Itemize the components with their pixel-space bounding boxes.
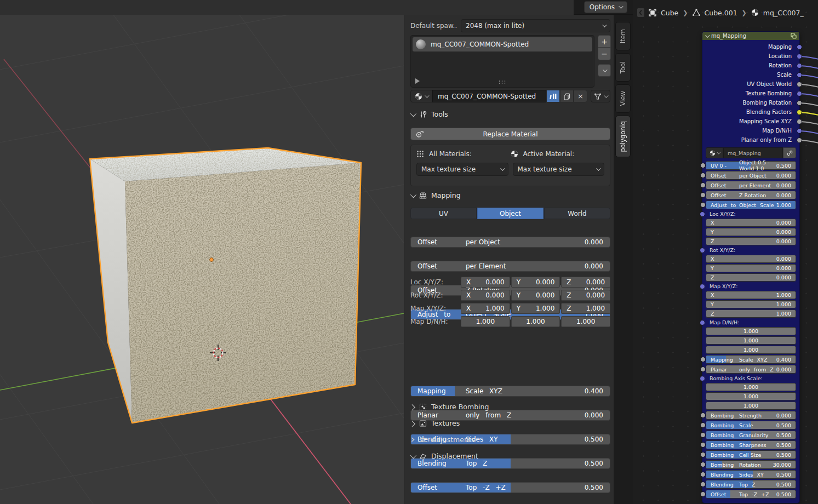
3d-viewport[interactable]: [0, 15, 404, 504]
node-slider-planar-only-from-z[interactable]: Planaronly from Z0.000: [706, 365, 796, 374]
breadcrumb-material[interactable]: mq_CC007_: [763, 9, 804, 17]
node-map-z[interactable]: Z1.000: [706, 310, 796, 318]
float-socket[interactable]: [700, 452, 706, 457]
output-uv-object-world[interactable]: UV Object World: [702, 79, 799, 89]
filter-expand-icon[interactable]: [415, 78, 420, 84]
section-texture-bombing[interactable]: Texture Bombing: [410, 403, 610, 411]
cube-object[interactable]: [90, 148, 361, 423]
node-slider-offset-per-object[interactable]: Offsetper Object0.000: [706, 171, 796, 180]
output-blending-factors[interactable]: Blending Factors: [702, 107, 799, 117]
node-slider-bombing-rotation[interactable]: BombingRotation30.000: [706, 460, 796, 469]
node-slider-offset-top-z[interactable]: OffsetTop -Z +Z0.500: [706, 490, 796, 499]
node-slider-uv-object-world[interactable]: UV 0 -Object 0.5 - World 1.00.500: [706, 161, 796, 170]
node-bombing-axis-x[interactable]: 1.000: [706, 383, 796, 391]
tab-object[interactable]: Object: [477, 208, 544, 219]
fake-user-button[interactable]: [546, 90, 560, 102]
node-rot-x[interactable]: X0.000: [706, 255, 796, 263]
node-slider-blending-sides-xy[interactable]: BlendingSides XY0.500: [706, 470, 796, 479]
float-socket[interactable]: [700, 482, 706, 487]
node-map-h[interactable]: 1.000: [706, 346, 796, 354]
section-displacement[interactable]: Displacement: [410, 452, 610, 460]
float-socket[interactable]: [700, 472, 706, 477]
node-slider-bombing-cell-size[interactable]: BombingCell Size0.500: [706, 450, 796, 459]
output-scale[interactable]: Scale: [702, 70, 799, 79]
float-socket[interactable]: [700, 442, 706, 448]
loc-z-field[interactable]: Z0.000: [561, 277, 610, 288]
slider-mapping-scale-xyz[interactable]: MappingScale XYZ0.400: [410, 386, 610, 397]
vector-socket[interactable]: [797, 63, 802, 68]
float-socket[interactable]: [700, 357, 706, 362]
tab-polygoniq[interactable]: polygoniq: [615, 116, 631, 157]
rot-x-field[interactable]: X0.000: [461, 290, 510, 301]
node-mq-mapping[interactable]: mq_Mapping Mapping Location Rotation Sca…: [702, 31, 800, 503]
slider-offset-top-z[interactable]: OffsetTop -Z +Z0.500: [410, 482, 610, 493]
node-slider-bombing-scale[interactable]: BombingScale0.500: [706, 421, 796, 429]
output-mapping[interactable]: Mapping: [702, 42, 799, 51]
vector-socket[interactable]: [700, 211, 705, 217]
node-slider-offset-per-element[interactable]: Offsetper Element0.000: [706, 181, 796, 190]
rot-z-field[interactable]: Z0.000: [561, 290, 610, 301]
add-material-slot-button[interactable]: +: [598, 35, 611, 48]
map-x-field[interactable]: X1.000: [461, 303, 510, 314]
node-bombing-axis-y[interactable]: 1.000: [706, 392, 796, 400]
map-n-field[interactable]: 1.000: [511, 316, 560, 327]
section-textures[interactable]: Textures: [410, 419, 610, 427]
max-texture-size-all-dropdown[interactable]: Max texture size: [416, 163, 508, 176]
output-rotation[interactable]: Rotation: [702, 61, 799, 70]
node-material-name-field[interactable]: mq_Mapping: [723, 147, 783, 158]
slider-offset-per-object[interactable]: Offsetper Object0.000: [410, 237, 610, 248]
remove-material-slot-button[interactable]: −: [598, 48, 611, 60]
node-slider-mapping-scale-xyz[interactable]: MappingScale XYZ0.400: [706, 355, 796, 364]
node-loc-y[interactable]: Y0.000: [706, 228, 796, 236]
float-socket[interactable]: [797, 100, 802, 106]
vector-socket[interactable]: [700, 248, 705, 253]
float-socket[interactable]: [700, 491, 706, 497]
default-spawn-size-dropdown[interactable]: 2048 (max in lite): [461, 19, 610, 32]
node-loc-z[interactable]: Z0.000: [706, 237, 796, 245]
vector-socket[interactable]: [700, 376, 705, 381]
float-socket[interactable]: [700, 192, 706, 198]
tab-world[interactable]: World: [544, 208, 610, 219]
tab-item[interactable]: Item: [615, 22, 631, 50]
map-d-field[interactable]: 1.000: [461, 316, 510, 327]
node-slider-adjust-to-object-scale[interactable]: Adjust toObject Scale1.000: [706, 201, 796, 209]
material-name-field[interactable]: mq_CC007_COMMON-Spotted: [432, 90, 546, 102]
map-z-field[interactable]: Z1.000: [561, 303, 610, 314]
node-map-d[interactable]: 1.000: [706, 327, 796, 335]
float-socket[interactable]: [700, 366, 706, 372]
replace-material-button[interactable]: Replace Material: [410, 128, 610, 140]
tab-uv[interactable]: UV: [410, 208, 477, 219]
material-slot-selected[interactable]: mq_CC007_COMMON-Spotted: [413, 37, 592, 51]
float-socket[interactable]: [797, 138, 802, 143]
map-h-field[interactable]: 1.000: [561, 316, 610, 327]
float-socket[interactable]: [700, 462, 706, 467]
new-material-button[interactable]: [560, 90, 574, 102]
node-header[interactable]: mq_Mapping: [702, 32, 799, 40]
float-socket[interactable]: [797, 82, 802, 87]
slider-offset-per-element[interactable]: Offsetper Element0.000: [410, 261, 610, 272]
node-slider-bombing-strength[interactable]: BombingStrength0.000: [706, 411, 796, 420]
node-map-y[interactable]: Y1.000: [706, 300, 796, 308]
float-socket[interactable]: [700, 413, 706, 418]
node-map-x[interactable]: X1.000: [706, 291, 796, 299]
vector-socket[interactable]: [700, 320, 705, 325]
float-socket[interactable]: [700, 182, 706, 188]
output-mapping-scale-xyz[interactable]: Mapping Scale XYZ: [702, 117, 799, 126]
browse-node-material-button[interactable]: [706, 147, 723, 158]
float-socket[interactable]: [700, 422, 706, 428]
breadcrumb-mesh[interactable]: Cube.001: [705, 9, 737, 17]
section-adjustments[interactable]: Adjustments: [410, 436, 610, 444]
node-slider-offset-z-rotation[interactable]: OffsetZ Rotation0.000: [706, 191, 796, 199]
node-bombing-axis-z[interactable]: 1.000: [706, 402, 796, 410]
node-slider-bombing-granularity[interactable]: BombingGranularity0.500: [706, 431, 796, 439]
node-rot-y[interactable]: Y0.000: [706, 264, 796, 272]
node-rot-z[interactable]: Z0.000: [706, 273, 796, 282]
float-socket[interactable]: [700, 202, 706, 208]
material-slot-list[interactable]: mq_CC007_COMMON-Spotted: [410, 35, 594, 88]
vector-socket[interactable]: [797, 54, 802, 59]
material-slot-specials-button[interactable]: [598, 64, 611, 77]
node-slider-bombing-sharpness[interactable]: BombingSharpness0.500: [706, 440, 796, 449]
loc-x-field[interactable]: X0.000: [461, 277, 510, 288]
float-socket[interactable]: [700, 432, 706, 438]
options-dropdown[interactable]: Options: [584, 1, 627, 13]
